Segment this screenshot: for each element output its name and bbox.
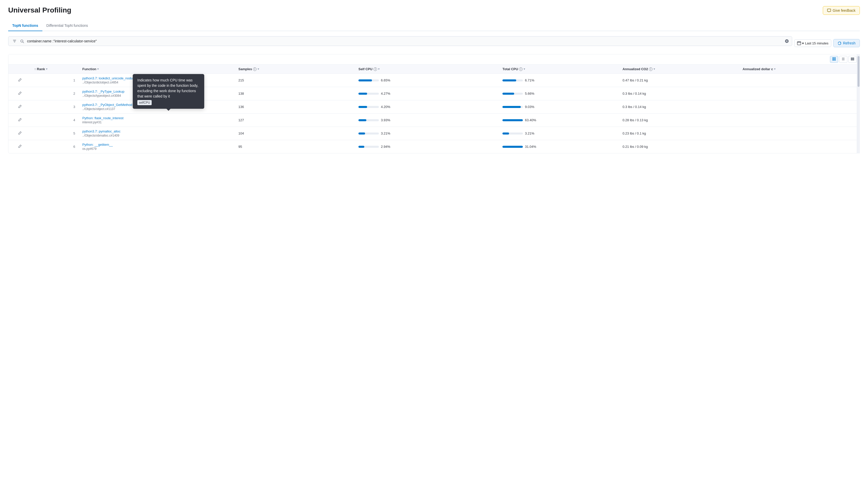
samples-cell: 104 — [236, 127, 355, 140]
selfcpu-bar-fill — [359, 79, 372, 82]
totalcpu-info-icon[interactable]: i — [519, 67, 523, 71]
function-cell: python3.7: pymalloc_alloc ../Objects/obm… — [79, 127, 235, 140]
table-header: ↑ Rank ▾ Function ▾ — [8, 65, 860, 74]
totalcpu-chevron-icon: ▾ — [524, 67, 525, 71]
dollar-cell — [740, 100, 860, 114]
samples-cell: 215 — [236, 74, 355, 87]
refresh-button[interactable]: Refresh — [833, 39, 860, 47]
totalcpu-cell: 9.03% — [499, 100, 619, 114]
svg-rect-8 — [797, 42, 801, 45]
selfcpu-bar-track — [359, 93, 379, 95]
feedback-button[interactable]: Give feedback — [823, 6, 860, 15]
co2-cell: 0.3 lbs / 0.14 kg — [619, 100, 739, 114]
selfcpu-cell: 4.27% — [355, 87, 499, 100]
time-picker[interactable]: ▾ Last 15 minutes — [794, 39, 831, 47]
co2-info-icon[interactable]: i — [649, 67, 653, 71]
svg-rect-19 — [851, 58, 852, 61]
totalcpu-bar-fill — [502, 79, 516, 82]
function-link[interactable]: Python: flask_route_interest — [82, 116, 123, 120]
clear-search-button[interactable] — [784, 38, 789, 44]
table-row: 6 Python: __getitem__ os.py#679 95 2.94% — [8, 140, 860, 153]
totalcpu-cell: 3.21% — [499, 127, 619, 140]
edit-icon[interactable] — [18, 92, 22, 96]
table-row: 2 python3.7: _PyType_Lookup ../Objects/t… — [8, 87, 860, 100]
selfcpu-bar-track — [359, 119, 379, 121]
selfcpu-bar-fill — [359, 119, 366, 121]
function-cell: Python: flask_route_interest interest.py… — [79, 114, 235, 127]
totalcpu-bar-fill — [502, 146, 523, 148]
rank-cell: 6 — [31, 140, 79, 153]
function-cell: Python: __getitem__ os.py#679 — [79, 140, 235, 153]
search-input[interactable] — [27, 39, 782, 43]
dollar-cell — [740, 87, 860, 100]
co2-cell: 0.21 lbs / 0.09 kg — [619, 140, 739, 153]
selfcpu-bar-track — [359, 132, 379, 134]
edit-icon-cell — [8, 127, 31, 140]
selfcpu-cell: 3.93% — [355, 114, 499, 127]
feedback-icon — [827, 8, 831, 12]
samples-info-icon[interactable]: i — [253, 67, 256, 71]
columns-view-button[interactable] — [848, 56, 857, 63]
selfcpu-info-icon[interactable]: i — [373, 67, 377, 71]
samples-cell: 127 — [236, 114, 355, 127]
tab-differential[interactable]: Differential TopN functions — [42, 21, 92, 31]
tab-topn[interactable]: TopN functions — [8, 21, 42, 31]
th-rank[interactable]: ↑ Rank ▾ — [31, 65, 79, 74]
th-selfcpu[interactable]: Self CPU i ▾ — [355, 65, 499, 74]
filter-button[interactable] — [11, 38, 18, 44]
th-totalcpu[interactable]: Total CPU i ▾ — [499, 65, 619, 74]
function-link[interactable]: python3.7: _PyType_Lookup — [82, 90, 124, 93]
selfcpu-pct: 6.65% — [381, 78, 391, 82]
edit-icon-cell — [8, 140, 31, 153]
co2-cell: 0.3 lbs / 0.14 kg — [619, 87, 739, 100]
grid-icon — [832, 57, 836, 61]
totalcpu-cell: 31.04% — [499, 140, 619, 153]
th-samples-label: Samples — [239, 67, 252, 71]
function-link[interactable]: python3.7: pymalloc_alloc — [82, 129, 121, 133]
svg-rect-21 — [853, 58, 854, 61]
dollar-chevron-icon: ▾ — [774, 67, 776, 71]
page-title: Universal Profiling — [8, 6, 71, 14]
edit-icon[interactable] — [18, 105, 22, 109]
edit-icon[interactable] — [18, 145, 22, 149]
selfcpu-pct: 4.27% — [381, 92, 391, 95]
list-view-button[interactable] — [839, 56, 847, 63]
function-cell: python3.7: _PyType_Lookup ../Objects/typ… — [79, 87, 235, 100]
samples-cell: 95 — [236, 140, 355, 153]
table-view-controls — [8, 54, 860, 65]
function-link[interactable]: python3.7: _PyObject_GetMethod — [82, 103, 132, 107]
function-path: ../Objects/obmalloc.c#1409 — [82, 134, 232, 137]
edit-icon[interactable] — [18, 118, 22, 122]
totalcpu-bar-track — [502, 119, 523, 121]
tabs-row: TopN functions Differential TopN functio… — [8, 21, 860, 31]
function-link[interactable]: python3.7: lookdict_unicode_nodummy — [82, 76, 140, 80]
selfcpu-pct: 3.21% — [381, 131, 391, 135]
rank-chevron-icon: ▾ — [46, 67, 48, 71]
table-row: 4 Python: flask_route_interest interest.… — [8, 114, 860, 127]
th-samples[interactable]: Samples i ▾ — [236, 65, 355, 74]
grid-view-button[interactable] — [830, 56, 838, 63]
table-row: 1 python3.7: lookdict_unicode_nodummy ..… — [8, 74, 860, 87]
rank-cell: 4 — [31, 114, 79, 127]
calendar-icon — [797, 41, 801, 45]
selfcpu-cell: 6.65% — [355, 74, 499, 87]
th-co2[interactable]: Annualized CO2 i ▾ — [619, 65, 739, 74]
rank-cell: 3 — [31, 100, 79, 114]
scrollbar-thumb[interactable] — [858, 56, 860, 87]
dollar-cell — [740, 127, 860, 140]
scrollbar[interactable] — [857, 54, 860, 153]
rank-cell: 5 — [31, 127, 79, 140]
search-icon — [20, 39, 24, 43]
svg-rect-20 — [852, 58, 853, 61]
edit-icon[interactable] — [18, 131, 22, 135]
th-function[interactable]: Function ▾ — [79, 65, 235, 74]
selfcpu-cell: 2.94% — [355, 140, 499, 153]
edit-icon[interactable] — [18, 78, 22, 83]
svg-rect-12 — [833, 58, 834, 59]
totalcpu-bar-fill — [502, 132, 509, 134]
totalcpu-cell: 5.66% — [499, 87, 619, 100]
th-dollar[interactable]: Annualized dollar c ▾ — [740, 65, 860, 74]
svg-rect-15 — [834, 59, 836, 61]
totalcpu-bar-fill — [502, 119, 523, 121]
function-link[interactable]: Python: __getitem__ — [82, 143, 113, 147]
